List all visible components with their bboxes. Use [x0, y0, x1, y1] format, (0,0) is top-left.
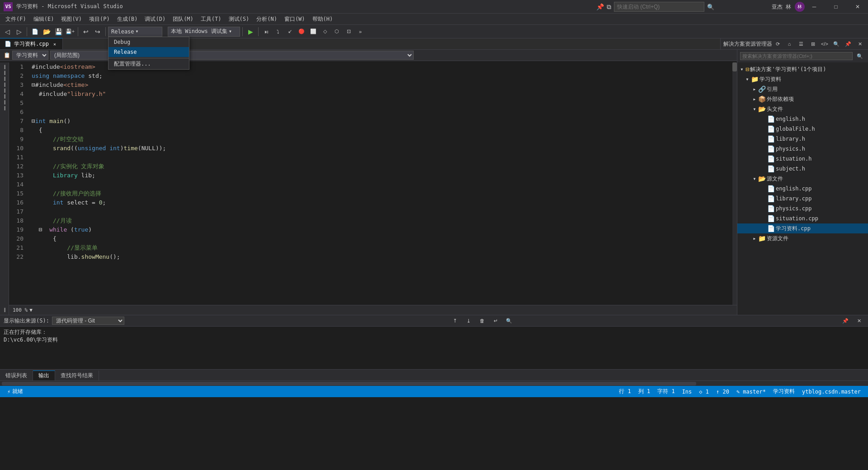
code-editor[interactable]: 1 #include<iostream> 2 using namespace s…	[9, 62, 732, 305]
config-dropdown[interactable]: Release ▼ Debug Release 配置管理器...	[108, 27, 162, 37]
sol-props-button[interactable]: ☰	[796, 38, 807, 49]
config-label: Release	[111, 28, 134, 35]
forward-button[interactable]: ▷	[14, 26, 24, 37]
open-button[interactable]: 📂	[41, 26, 52, 37]
status-char[interactable]: 字符 1	[654, 386, 678, 397]
bp2-button[interactable]: ⬜	[308, 26, 319, 37]
menu-help[interactable]: 帮助(H)	[309, 14, 337, 24]
solution-search-button[interactable]: 🔍	[854, 51, 865, 62]
menu-file[interactable]: 文件(F)	[2, 14, 30, 24]
dropdown-item-debug[interactable]: Debug	[108, 37, 189, 47]
bp5-button[interactable]: ⊡	[343, 26, 354, 37]
english-cpp-item[interactable]: ▶ 📄 english.cpp	[737, 184, 868, 194]
output-source-dropdown[interactable]: 源代码管理 - Git	[52, 317, 124, 325]
status-num1[interactable]: ◇ 1	[695, 386, 712, 397]
globalfile-h-item[interactable]: ▶ 📄 globalFile.h	[737, 124, 868, 134]
redo-button[interactable]: ↪	[92, 26, 103, 37]
maximize-button[interactable]: □	[826, 0, 846, 14]
subject-h-item[interactable]: ▶ 📄 subject.h	[737, 164, 868, 174]
tab-close-button[interactable]: ✕	[52, 41, 58, 47]
main-cpp-item[interactable]: ▶ 📄 学习资料.cpp	[737, 223, 868, 233]
menu-project[interactable]: 项目(P)	[85, 14, 113, 24]
new-button[interactable]: 📄	[29, 26, 40, 37]
close-button[interactable]: ✕	[847, 0, 868, 14]
output-scroll-up[interactable]: ⤒	[449, 315, 460, 326]
menu-analyze[interactable]: 分析(N)	[253, 14, 281, 24]
output-scroll-down[interactable]: ⤓	[463, 315, 474, 326]
status-num2[interactable]: ↑ 20	[712, 386, 733, 397]
status-extra[interactable]: ytblog.csdn.master	[798, 386, 864, 397]
physics-h-item[interactable]: ▶ 📄 physics.h	[737, 144, 868, 154]
status-ready[interactable]: ⚡ 就绪	[4, 386, 27, 397]
menu-view[interactable]: 视图(V)	[57, 14, 85, 24]
config-dropdown-button[interactable]: Release ▼	[108, 27, 162, 37]
dropdown-item-config-manager[interactable]: 配置管理器...	[108, 59, 189, 69]
step-over-button[interactable]: ⤵	[273, 26, 283, 37]
status-line[interactable]: 行 1	[615, 386, 634, 397]
menu-tools[interactable]: 工具(T)	[197, 14, 225, 24]
library-h-item[interactable]: ▶ 📄 library.h	[737, 134, 868, 144]
sol-code-button[interactable]: </>	[819, 38, 830, 49]
menu-test[interactable]: 测试(S)	[225, 14, 253, 24]
dropdown-item-release[interactable]: Release	[108, 47, 189, 57]
library-cpp-item[interactable]: ▶ 📄 library.cpp	[737, 194, 868, 204]
sol-pin-button[interactable]: 📌	[843, 38, 854, 49]
physics-cpp-item[interactable]: ▶ 📄 physics.cpp	[737, 204, 868, 214]
tab-active[interactable]: 📄 学习资料.cpp ✕	[0, 38, 63, 49]
quick-launch-input[interactable]	[614, 2, 704, 12]
activity-bar: ▐ ▐ ▐ ▐ ▐ ▐ ▐ ▐ ▐	[0, 62, 9, 315]
minimize-button[interactable]: ─	[804, 0, 825, 14]
tab-output[interactable]: 输出	[33, 370, 55, 380]
menu-team[interactable]: 团队(M)	[169, 14, 197, 24]
output-pin-button[interactable]: 📌	[840, 315, 851, 326]
output-scrollbar-thumb[interactable]	[2, 382, 696, 385]
save-button[interactable]: 💾	[53, 26, 64, 37]
scope-left-dropdown[interactable]: 学习资料	[12, 51, 48, 60]
solution-search-input[interactable]	[740, 52, 853, 60]
bp-button[interactable]: 🔴	[296, 26, 307, 37]
tab-error-list[interactable]: 错误列表	[0, 370, 33, 380]
menu-debug[interactable]: 调试(D)	[141, 14, 169, 24]
attach-button[interactable]: ⏯	[261, 26, 272, 37]
project-item[interactable]: ▼ 📁 学习资料	[737, 74, 868, 84]
menu-edit[interactable]: 编辑(E)	[30, 14, 58, 24]
solution-explorer-title: 解决方案资源管理器	[723, 40, 772, 48]
editor-scrollbar[interactable]	[732, 62, 737, 305]
back-button[interactable]: ◁	[2, 26, 13, 37]
resource-folder-item[interactable]: ▶ 📁 资源文件	[737, 233, 868, 243]
output-scrollbar-h[interactable]	[0, 380, 868, 386]
bp3-button[interactable]: ◇	[320, 26, 330, 37]
menu-window[interactable]: 窗口(W)	[281, 14, 309, 24]
situation-h-item[interactable]: ▶ 📄 situation.h	[737, 154, 868, 164]
scrollbar-thumb[interactable]	[732, 62, 737, 71]
status-blog[interactable]: 学习资料	[769, 386, 798, 397]
more-button[interactable]: »	[355, 26, 366, 37]
ext-dep-item[interactable]: ▶ 📦 外部依赖项	[737, 94, 868, 104]
header-folder-item[interactable]: ▼ 📂 头文件	[737, 104, 868, 114]
output-wrap-button[interactable]: ↵	[490, 315, 501, 326]
situation-cpp-item[interactable]: ▶ 📄 situation.cpp	[737, 214, 868, 223]
solution-root-item[interactable]: ▼ ⊟ 解决方案'学习资料'(1个项目)	[737, 64, 868, 74]
output-close-button[interactable]: ✕	[854, 315, 864, 326]
run-button[interactable]: ▶	[245, 26, 256, 37]
output-clear-button[interactable]: 🗑	[476, 315, 487, 326]
ref-item[interactable]: ▶ 🔗 引用	[737, 84, 868, 94]
source-folder-item[interactable]: ▼ 📂 源文件	[737, 174, 868, 184]
sol-home-button[interactable]: ⌂	[784, 38, 795, 49]
sol-close-button[interactable]: ✕	[854, 38, 865, 49]
tab-find-results[interactable]: 查找符号结果	[55, 370, 99, 380]
save-all-button[interactable]: 💾+	[65, 26, 75, 37]
status-ins[interactable]: Ins	[679, 386, 696, 397]
status-col[interactable]: 列 1	[635, 386, 654, 397]
status-branch[interactable]: ✎ master*	[733, 386, 769, 397]
step-in-button[interactable]: ↙	[284, 26, 295, 37]
sol-view-button[interactable]: ⊞	[807, 38, 818, 49]
sol-search-button[interactable]: 🔍	[831, 38, 842, 49]
output-find-button[interactable]: 🔍	[504, 315, 514, 326]
menu-build[interactable]: 生成(B)	[113, 14, 142, 24]
platform-dropdown-button[interactable]: 本地 Windows 调试集 ▼	[168, 27, 240, 37]
undo-button[interactable]: ↩	[80, 26, 91, 37]
bp4-button[interactable]: ⬡	[331, 26, 342, 37]
sol-sync-button[interactable]: ⟳	[772, 38, 783, 49]
english-h-item[interactable]: ▶ 📄 english.h	[737, 114, 868, 124]
